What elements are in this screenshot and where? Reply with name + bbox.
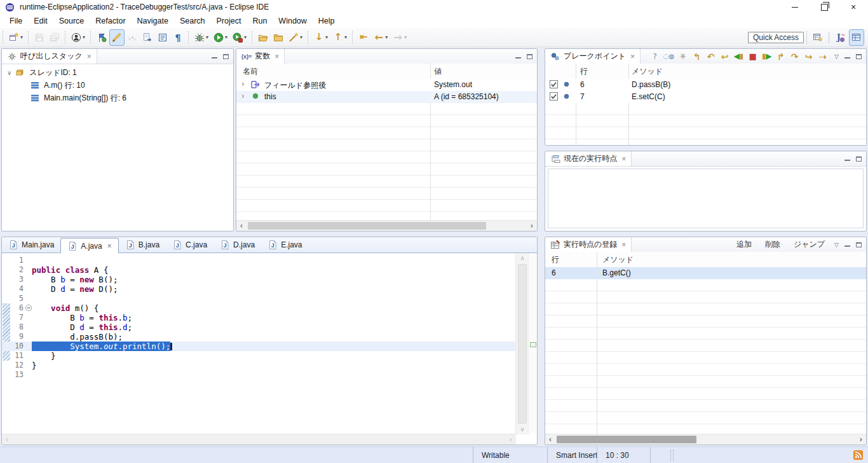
code-text[interactable]: D d = this.d; [32, 322, 132, 332]
save-button[interactable] [32, 29, 47, 46]
expander-icon[interactable]: › [241, 79, 245, 88]
breakpoints-tab[interactable]: ブレークポイント × [545, 49, 641, 64]
user-profile-button[interactable]: ▾ [69, 29, 88, 46]
scroll-left-icon[interactable]: ‹ [236, 221, 247, 231]
close-button[interactable]: × [839, 0, 868, 14]
scroll-right-icon[interactable]: › [506, 434, 516, 445]
minimize-view-icon[interactable] [844, 160, 850, 161]
variable-row[interactable]: › this A (id = 685325104) [236, 91, 537, 103]
open-artifact-button[interactable] [271, 29, 286, 46]
menu-help[interactable]: Help [313, 15, 341, 27]
dropdown-arrow-icon[interactable]: ▾ [20, 34, 23, 40]
save-all-button[interactable] [47, 29, 62, 46]
skip-all-breakpoints-button[interactable]: ◌◍ [663, 50, 675, 62]
delete-button[interactable]: 削除 [761, 239, 784, 250]
show-whitespace-button[interactable]: ¶ [170, 29, 186, 46]
search-wand-button[interactable]: ▾ [286, 29, 305, 46]
scroll-up-icon[interactable]: ∧ [516, 253, 529, 263]
run-button[interactable]: ▾ [211, 29, 230, 46]
dropdown-arrow-icon[interactable]: ▾ [83, 34, 85, 40]
code-text[interactable]: } [32, 361, 37, 370]
next-annotation-button[interactable]: ↓▾ [311, 29, 330, 46]
line-number[interactable]: 7 [2, 313, 24, 322]
editor-tab-A.java[interactable]: JA.java× [60, 238, 118, 253]
expander-icon[interactable]: › [241, 92, 245, 100]
menu-edit[interactable]: Edit [28, 15, 53, 27]
new-wizard-button[interactable]: ▾ [6, 29, 25, 46]
jump-button[interactable]: ジャンプ [790, 239, 829, 250]
code-text[interactable]: System.out.println(); [32, 342, 172, 351]
editor-vscrollbar[interactable]: ∧ ∨ [515, 253, 529, 434]
open-perspective-button[interactable] [810, 29, 825, 46]
code-text[interactable]: } [32, 351, 56, 361]
overview-ruler[interactable] [528, 253, 537, 434]
step-back-return-button[interactable]: ↩ [719, 50, 731, 62]
close-icon[interactable]: × [630, 52, 635, 61]
line-number[interactable]: 4 [2, 284, 24, 294]
close-icon[interactable]: × [107, 242, 112, 251]
resume-button[interactable]: ▮▶ [761, 50, 773, 62]
terminate-button[interactable]: ■ [747, 50, 759, 62]
line-number[interactable]: 11 [2, 351, 24, 361]
line-number[interactable]: 3 [2, 275, 24, 284]
dropdown-arrow-icon[interactable]: ▾ [206, 34, 208, 40]
back-button[interactable]: ←▾ [371, 29, 390, 46]
thread-node[interactable]: ∨ スレッドID: 1 [2, 66, 233, 79]
forward-button[interactable]: →▾ [390, 29, 409, 46]
view-menu-icon[interactable]: ▽ [834, 242, 839, 248]
stack-frame-row[interactable]: Main.main(String[]) 行: 6 [2, 92, 233, 104]
run-to-line-button[interactable]: ⇢ [817, 50, 829, 62]
maximize-view-icon[interactable] [856, 156, 862, 162]
minimize-view-icon[interactable] [212, 57, 217, 59]
breakpoint-row[interactable]: 7 E.setC(C) [545, 91, 866, 103]
open-task-button[interactable] [255, 29, 271, 46]
minimize-view-icon[interactable] [515, 57, 521, 59]
link-with-editor-button[interactable] [140, 29, 155, 46]
exec-point-tab[interactable]: 実行時点の登録 × [545, 237, 632, 252]
dropdown-arrow-icon[interactable]: ▾ [244, 34, 247, 40]
code-text[interactable]: D d = new D(); [32, 284, 118, 294]
run-coverage-button[interactable]: ▾ [230, 29, 249, 46]
previous-annotation-button[interactable]: ↑▾ [330, 29, 349, 46]
scroll-left-icon[interactable]: ‹ [2, 434, 12, 445]
scroll-down-icon[interactable]: ∨ [516, 424, 529, 434]
menu-project[interactable]: Project [211, 15, 247, 27]
step-back-into-button[interactable]: ↰ [691, 50, 703, 62]
minimize-view-icon[interactable] [844, 245, 850, 247]
menu-file[interactable]: File [4, 15, 28, 27]
maximize-view-icon[interactable] [856, 242, 862, 247]
breakpoint-row[interactable]: 6 D.passB(B) [545, 79, 866, 91]
code-text[interactable]: B b = new B(); [32, 275, 118, 284]
close-icon[interactable]: × [621, 240, 626, 249]
editor-tab-Main.java[interactable]: JMain.java [2, 237, 60, 252]
view-menu-icon[interactable]: ▽ [834, 53, 839, 60]
menu-source[interactable]: Source [53, 15, 90, 27]
line-number[interactable]: 12 [2, 361, 24, 370]
editor-tab-B.java[interactable]: JB.java [119, 237, 166, 252]
line-number[interactable]: 9 [2, 332, 24, 342]
line-number[interactable]: 10 [2, 342, 24, 351]
debug-perspective-button[interactable] [849, 29, 864, 46]
breakpoint-checkbox[interactable] [550, 92, 558, 100]
editor-hscrollbar[interactable]: ‹ › [2, 434, 516, 445]
show-outline-button[interactable] [155, 29, 170, 46]
scroll-left-icon[interactable]: ‹ [545, 434, 555, 445]
quick-access-box[interactable]: Quick Access [748, 32, 804, 43]
overview-marker[interactable] [530, 342, 536, 347]
add-button[interactable]: 追加 [733, 239, 756, 250]
exec-point-row[interactable]: 6 B.getC() [545, 267, 866, 279]
debug-button[interactable]: ▾ [192, 29, 211, 46]
step-back-over-button[interactable]: ↶ [705, 50, 717, 62]
menu-run[interactable]: Run [247, 15, 273, 27]
dropdown-arrow-icon[interactable]: ▾ [344, 34, 347, 40]
dropdown-arrow-icon[interactable]: ▾ [225, 34, 227, 40]
current-execution-tab[interactable]: 現在の実行時点 × [545, 151, 632, 166]
stack-frame-row[interactable]: A.m() 行: 10 [2, 79, 233, 92]
toggle-marks-button[interactable] [125, 29, 140, 46]
menu-refactor[interactable]: Refactor [90, 15, 131, 27]
editor-tab-C.java[interactable]: JC.java [166, 237, 214, 252]
breakpoint-checkbox[interactable] [550, 80, 558, 88]
last-edit-location-button[interactable]: ⇤ [356, 29, 371, 46]
scroll-right-icon[interactable]: › [856, 434, 866, 445]
highlight-trace-button[interactable] [109, 29, 125, 46]
